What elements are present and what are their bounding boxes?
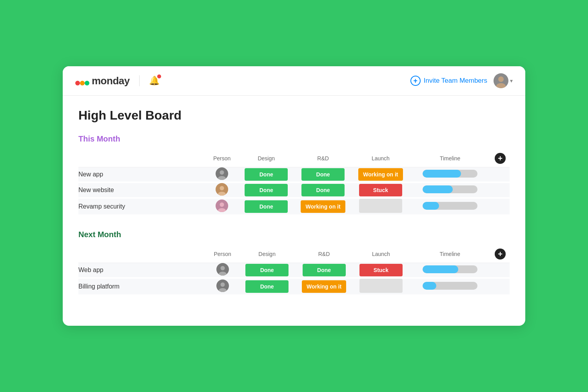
add-column-button-2[interactable]: + xyxy=(495,249,506,260)
table-row: Web app Done Done St xyxy=(78,263,510,277)
board-title: High Level Board xyxy=(78,108,510,123)
notification-badge xyxy=(157,74,161,78)
col-header-person: Person xyxy=(205,150,238,167)
status-badge: Done xyxy=(245,200,288,213)
this-month-header-row: Person Design R&D Launch Timeline + xyxy=(78,150,510,167)
task-name: Billing platform xyxy=(78,279,206,294)
person-cell xyxy=(206,279,239,294)
row-menu xyxy=(491,263,510,277)
user-menu[interactable]: ▾ xyxy=(494,73,513,88)
design-status[interactable]: Done xyxy=(238,183,294,197)
launch-status[interactable] xyxy=(352,199,409,214)
person-cell xyxy=(206,263,239,277)
bell-button[interactable]: 🔔 xyxy=(149,76,160,86)
col-header-task xyxy=(78,150,205,167)
col-header-rd: R&D xyxy=(294,150,352,167)
task-name: Revamp security xyxy=(78,199,205,214)
col-header-design: Design xyxy=(238,150,294,167)
status-badge: Done xyxy=(303,264,346,276)
chevron-down-icon: ▾ xyxy=(510,78,513,84)
logo-icon xyxy=(75,76,89,85)
timeline-cell xyxy=(409,199,491,214)
col-header-launch: Launch xyxy=(353,245,409,263)
launch-status[interactable]: Stuck xyxy=(353,263,409,277)
main-card: monday 🔔 + Invite Team Members xyxy=(63,66,525,326)
add-column-button-1[interactable]: + xyxy=(495,153,506,164)
svg-point-16 xyxy=(220,266,225,270)
design-status[interactable]: Done xyxy=(239,279,295,294)
invite-button[interactable]: + Invite Team Members xyxy=(410,76,487,86)
status-empty xyxy=(359,279,403,293)
rd-status[interactable]: Done xyxy=(295,263,353,277)
person-cell xyxy=(205,183,238,197)
avatar xyxy=(216,183,228,196)
table-row: Revamp security Done Working on it xyxy=(78,199,510,214)
rd-status[interactable]: Working on it xyxy=(295,279,353,294)
table-row: Billing platform Done Working on it xyxy=(78,279,510,294)
design-status[interactable]: Done xyxy=(238,199,294,214)
svg-point-0 xyxy=(75,81,80,85)
row-menu xyxy=(491,183,510,197)
col-header-design: Design xyxy=(239,245,295,263)
launch-status[interactable]: Stuck xyxy=(352,183,409,197)
timeline-fill xyxy=(423,265,458,273)
svg-point-2 xyxy=(85,81,89,85)
col-header-timeline: Timeline xyxy=(409,150,491,167)
person-cell xyxy=(205,199,238,214)
header: monday 🔔 + Invite Team Members xyxy=(63,66,525,96)
status-badge: Done xyxy=(245,184,288,196)
status-empty xyxy=(359,199,402,213)
header-left: monday 🔔 xyxy=(75,75,160,87)
logo-text: monday xyxy=(92,75,130,87)
timeline-cell xyxy=(409,279,491,294)
row-menu xyxy=(491,167,510,181)
timeline-bar xyxy=(423,185,477,193)
avatar xyxy=(216,200,228,212)
svg-point-13 xyxy=(220,203,224,207)
launch-status[interactable] xyxy=(353,279,409,294)
svg-point-7 xyxy=(220,171,224,175)
rd-status[interactable]: Done xyxy=(294,183,352,197)
person-cell xyxy=(205,167,238,181)
row-menu xyxy=(491,199,510,214)
status-badge: Working on it xyxy=(358,168,403,181)
section-title-this-month: This Month xyxy=(78,134,510,143)
timeline-cell xyxy=(409,263,491,277)
row-menu xyxy=(491,279,510,294)
timeline-bar xyxy=(423,170,477,178)
timeline-fill xyxy=(423,170,461,178)
section-next-month: Next Month Person Design R&D Launch Time… xyxy=(78,230,510,294)
timeline-fill xyxy=(423,282,436,290)
header-divider xyxy=(139,75,140,86)
col-header-person: Person xyxy=(206,245,239,263)
col-header-add: + xyxy=(491,245,510,263)
col-header-add: + xyxy=(491,150,510,167)
status-badge: Working on it xyxy=(302,280,346,293)
section-this-month: This Month Person Design R&D Launch Time… xyxy=(78,134,510,214)
launch-status[interactable]: Working on it xyxy=(352,167,409,181)
col-header-task xyxy=(78,245,206,263)
timeline-fill xyxy=(423,202,439,210)
main-content: High Level Board This Month Person Desig… xyxy=(63,96,525,326)
svg-point-19 xyxy=(220,283,225,287)
avatar xyxy=(494,73,508,88)
col-header-rd: R&D xyxy=(295,245,353,263)
status-badge: Done xyxy=(301,168,345,181)
rd-status[interactable]: Working on it xyxy=(294,199,352,214)
rd-status[interactable]: Done xyxy=(294,167,352,181)
timeline-cell xyxy=(409,167,491,181)
table-row: New website Done Done xyxy=(78,183,510,197)
timeline-cell xyxy=(409,183,491,197)
table-row: New app Done Done Wo xyxy=(78,167,510,181)
col-header-timeline: Timeline xyxy=(409,245,491,263)
task-name: New app xyxy=(78,167,205,181)
invite-icon: + xyxy=(410,76,421,86)
col-header-launch: Launch xyxy=(352,150,409,167)
svg-point-10 xyxy=(220,186,224,191)
next-month-table: Person Design R&D Launch Timeline + Web … xyxy=(78,245,510,294)
design-status[interactable]: Done xyxy=(238,167,294,181)
status-badge: Done xyxy=(245,264,289,276)
invite-label: Invite Team Members xyxy=(424,77,487,85)
status-badge: Stuck xyxy=(359,184,402,196)
design-status[interactable]: Done xyxy=(239,263,295,277)
